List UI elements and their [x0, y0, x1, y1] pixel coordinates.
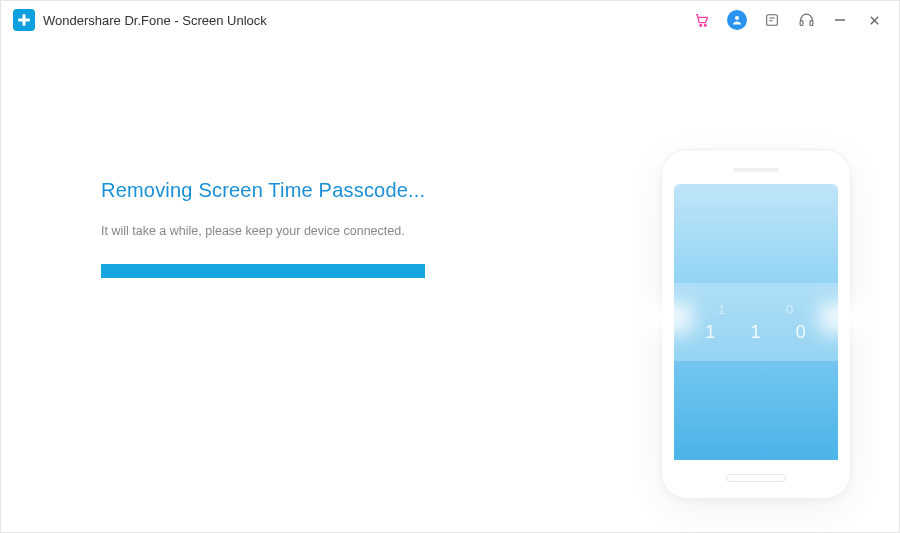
digit: 0 — [786, 302, 794, 317]
device-home-button — [726, 474, 786, 482]
support-icon[interactable] — [797, 11, 815, 29]
device-screen: 1 0 1 1 0 — [674, 184, 838, 460]
progress-bar — [101, 264, 571, 278]
app-window: Wondershare Dr.Fone - Screen Unlock — [0, 0, 900, 533]
feedback-icon[interactable] — [763, 11, 781, 29]
digit: 1 — [750, 322, 761, 343]
device-speaker — [733, 168, 779, 172]
account-icon[interactable] — [727, 10, 747, 30]
close-button[interactable] — [865, 11, 883, 29]
titlebar-controls — [693, 10, 889, 30]
svg-point-3 — [704, 24, 706, 26]
app-logo-icon — [13, 9, 35, 31]
digit: 1 — [718, 302, 726, 317]
svg-rect-7 — [810, 20, 813, 25]
svg-rect-6 — [800, 20, 803, 25]
titlebar: Wondershare Dr.Fone - Screen Unlock — [1, 1, 899, 39]
svg-point-4 — [735, 16, 739, 20]
minimize-button[interactable] — [831, 11, 849, 29]
content-area: Removing Screen Time Passcode... It will… — [1, 39, 899, 532]
svg-point-2 — [700, 24, 702, 26]
svg-rect-1 — [18, 19, 30, 22]
progress-fill — [101, 264, 425, 278]
window-title: Wondershare Dr.Fone - Screen Unlock — [43, 13, 267, 28]
cart-icon[interactable] — [693, 11, 711, 29]
svg-rect-5 — [767, 15, 778, 26]
digit: 0 — [796, 322, 807, 343]
decode-digits: 1 0 1 1 0 — [674, 322, 838, 343]
digit: 1 — [705, 322, 716, 343]
device-illustration: 1 0 1 1 0 — [661, 149, 851, 499]
